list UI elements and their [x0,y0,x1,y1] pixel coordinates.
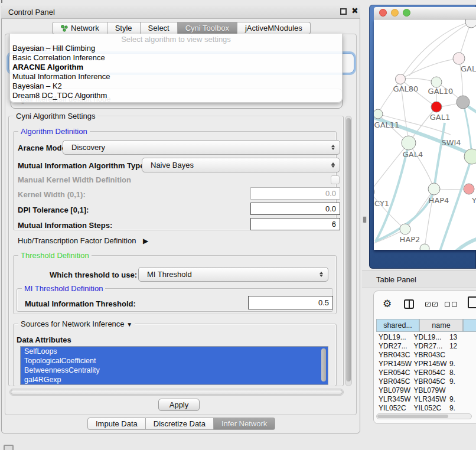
algorithm-option[interactable]: Mutual Information Inference [10,72,342,81]
column-header-cut[interactable] [463,319,476,332]
table-cell: YBR043C [412,351,447,359]
manual-kernel-label: Manual Kernel Width Definition [18,175,131,184]
settings-hscrollbar-track[interactable] [9,389,344,396]
network-node[interactable] [465,19,476,28]
network-node-hap2[interactable] [400,224,410,234]
table-cell: YPR145W [412,360,447,368]
aracne-mode-label: Aracne Mode: [18,144,69,152]
mi-threshold-group-title: MI Threshold Definition [22,284,105,293]
network-node-y[interactable] [464,184,474,194]
network-node-label: SWI4 [441,138,461,147]
column-header-name[interactable]: name [419,319,463,332]
tab-discretize-data[interactable]: Discretize Data [146,418,214,430]
table-row[interactable]: YDL19...YDL19...13 [376,332,476,341]
algorithm-option[interactable]: Dream8 DC_TDC Algorithm [10,91,342,100]
collapse-arrow-icon[interactable]: ▼ [126,321,132,328]
column-header-shared[interactable]: shared... [376,319,419,332]
attribute-list-item[interactable]: gal4RGexp [21,375,328,384]
settings-vscrollbar-thumb[interactable] [346,118,351,381]
table-row[interactable]: YBR045CYBR045C9. [376,377,476,386]
table-hscrollbar-track[interactable] [376,413,472,419]
network-node-label: HAP2 [400,235,420,244]
table-cell: 9. [447,395,476,403]
table-row[interactable]: YIL052CYIL052C9. [376,403,476,412]
combo-stepper-icon [331,162,335,168]
tab-select[interactable]: Select [141,22,178,34]
mi-steps-value: 6 [332,220,336,229]
network-canvas[interactable]: GALGAL80GAL10GAL1GAL11GAL4SWI4HAP4YGCY1H… [374,19,476,250]
attribute-list-item[interactable]: BetweennessCentrality [21,366,328,375]
table-row[interactable]: YPR145WYPR145W9. [376,359,476,368]
tab-style[interactable]: Style [107,22,141,34]
table-row[interactable]: YLR345WYLR345W9. [376,394,476,403]
attribute-list-item[interactable]: SelfLoops [21,347,328,356]
tab-jactivemnodules[interactable]: jActiveMNodules [237,22,311,34]
network-node[interactable] [457,96,470,109]
algorithm-option[interactable]: Bayesian – K2 [10,81,342,91]
close-traffic-light-icon[interactable] [379,9,387,17]
close-icon[interactable]: ✖ [351,6,358,15]
aracne-mode-combobox[interactable]: Discovery [63,140,340,155]
network-node-gal4[interactable] [402,136,416,150]
settings-vscrollbar-track[interactable] [345,116,352,386]
threshold-definition-title: Threshold Definition [18,251,92,260]
screen: Control Panel ✖ NetworkStyleSelectCyni T… [0,0,476,450]
split-columns-icon[interactable] [404,299,414,309]
manual-kernel-checkbox[interactable] [331,175,340,184]
splitter-cursor-icon[interactable] [363,217,366,223]
network-node-gcy1[interactable] [374,187,374,197]
network-node-hap4[interactable] [428,183,440,195]
float-panel-icon[interactable] [340,8,347,15]
apply-button[interactable]: Apply [158,399,200,411]
minimize-traffic-light-icon[interactable] [391,9,399,17]
attribute-list-item[interactable]: TopologicalCoefficient [21,356,328,366]
mi-type-label: Mutual Information Algorithm Type: [18,161,147,170]
table-row[interactable]: YDR27...YDR27...12 [376,341,476,350]
tab-label: Select [148,24,169,32]
algorithm-option[interactable]: Basic Correlation Inference [10,53,342,63]
combo-stepper-icon [319,272,323,277]
network-window-titlebar[interactable] [374,7,476,19]
gear-icon[interactable]: ⚙ [383,298,392,310]
settings-hscrollbar-thumb[interactable] [11,390,343,394]
table-row[interactable]: YBL079WYBL079W [376,386,476,394]
list-scrollbar-thumb[interactable] [321,348,326,381]
mi-threshold-field[interactable]: 0.5 [248,296,333,309]
node-table[interactable]: YDL19...YDL19...13YDR27...YDR27...12YBR0… [376,332,476,412]
select-all-icon[interactable]: ✓ ✓ [425,302,438,307]
kernel-width-field[interactable]: 0.0 [250,187,340,200]
network-node-gal1[interactable] [431,102,442,112]
table-cell: YDR27... [376,342,412,350]
table-row[interactable]: YER054CYER054C8. [376,368,476,377]
dpi-tolerance-label: DPI Tolerance [0,1]: [18,206,89,214]
data-attributes-list[interactable]: SelfLoopsTopologicalCoefficientBetweenne… [20,346,328,385]
network-node-gal10[interactable] [431,77,442,87]
document-icon[interactable] [468,296,476,308]
which-threshold-combobox[interactable]: MI Threshold [138,267,328,282]
network-node[interactable] [420,244,429,250]
hub-definition-expander[interactable]: Hub/Transcription Factor Definition ▶ [18,236,148,245]
mi-type-combobox[interactable]: Naive Bayes [142,158,340,172]
tab-network[interactable]: Network [52,22,107,34]
algorithm-dropdown-popup: Select algorithm to view settings Bayesi… [9,34,343,103]
network-node-label: GAL11 [374,120,400,129]
algorithm-option[interactable]: Bayesian – Hill Climbing [10,44,342,53]
deselect-all-icon[interactable] [445,302,457,307]
network-edge [457,238,476,250]
tab-impute-data[interactable]: Impute Data [87,418,146,430]
kernel-width-value: 0.0 [325,189,336,198]
table-row[interactable]: YBR043CYBR043C [376,350,476,359]
network-node-gal[interactable] [453,53,465,64]
zoom-traffic-light-icon[interactable] [403,9,410,17]
algorithm-option[interactable]: ARACNE Algorithm [10,63,342,72]
minimized-panel-icon[interactable] [4,445,14,450]
network-node-gal11[interactable] [374,109,383,119]
tab-cyni-toolbox[interactable]: Cyni Toolbox [178,22,237,34]
mi-steps-field[interactable]: 6 [250,218,340,230]
network-node-gal80[interactable] [396,74,406,84]
tab-infer-network[interactable]: Infer Network [214,418,275,430]
dpi-tolerance-field[interactable]: 0.0 [250,203,340,215]
table-hscrollbar-thumb[interactable] [377,415,448,418]
tab-label: Infer Network [221,419,267,428]
table-cell: YER054C [412,369,447,377]
